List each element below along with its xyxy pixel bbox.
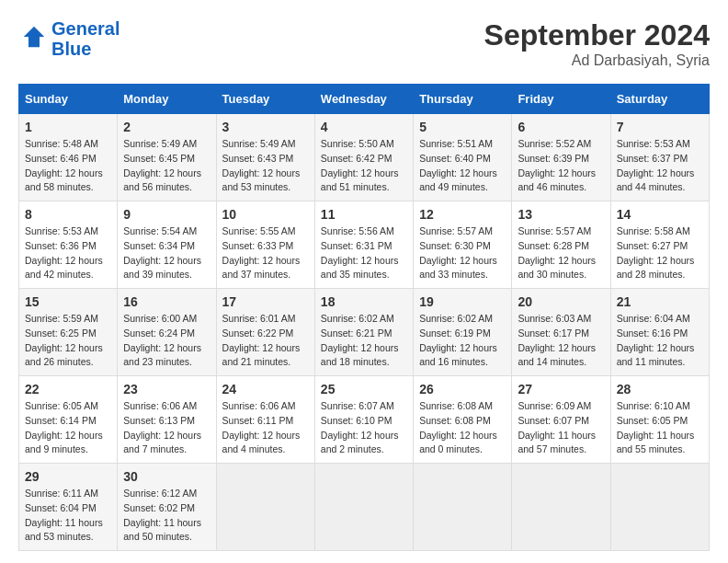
calendar-cell xyxy=(414,464,512,551)
calendar-week-row: 29Sunrise: 6:11 AMSunset: 6:04 PMDayligh… xyxy=(19,464,710,551)
header-wednesday: Wednesday xyxy=(314,85,413,114)
logo: General Blue xyxy=(18,18,119,59)
calendar-cell: 16Sunrise: 6:00 AMSunset: 6:24 PMDayligh… xyxy=(118,289,216,376)
day-detail: Sunrise: 5:53 AMSunset: 6:37 PMDaylight:… xyxy=(617,137,703,195)
day-detail: Sunrise: 6:04 AMSunset: 6:16 PMDaylight:… xyxy=(617,312,703,370)
calendar-cell: 18Sunrise: 6:02 AMSunset: 6:21 PMDayligh… xyxy=(314,289,413,376)
calendar-cell: 7Sunrise: 5:53 AMSunset: 6:37 PMDaylight… xyxy=(610,114,709,201)
day-detail: Sunrise: 5:57 AMSunset: 6:28 PMDaylight:… xyxy=(518,224,604,282)
calendar-cell: 11Sunrise: 5:56 AMSunset: 6:31 PMDayligh… xyxy=(314,201,413,289)
day-number: 4 xyxy=(321,120,407,134)
day-detail: Sunrise: 5:57 AMSunset: 6:30 PMDaylight:… xyxy=(419,224,506,282)
day-number: 25 xyxy=(321,382,407,396)
day-detail: Sunrise: 6:10 AMSunset: 6:05 PMDaylight:… xyxy=(617,399,703,457)
page-header: General Blue September 2024 Ad Darbasiya… xyxy=(18,18,710,69)
calendar-cell: 15Sunrise: 5:59 AMSunset: 6:25 PMDayligh… xyxy=(19,289,118,376)
day-number: 19 xyxy=(419,294,506,309)
calendar-cell: 4Sunrise: 5:50 AMSunset: 6:42 PMDaylight… xyxy=(314,114,413,201)
calendar-cell: 8Sunrise: 5:53 AMSunset: 6:36 PMDaylight… xyxy=(19,201,118,289)
calendar-cell: 12Sunrise: 5:57 AMSunset: 6:30 PMDayligh… xyxy=(414,201,512,289)
day-number: 10 xyxy=(222,207,309,222)
calendar-cell: 19Sunrise: 6:02 AMSunset: 6:19 PMDayligh… xyxy=(414,289,512,376)
day-number: 2 xyxy=(123,120,210,134)
calendar-cell: 17Sunrise: 6:01 AMSunset: 6:22 PMDayligh… xyxy=(216,289,314,376)
calendar-cell: 25Sunrise: 6:07 AMSunset: 6:10 PMDayligh… xyxy=(314,376,413,464)
calendar-cell: 9Sunrise: 5:54 AMSunset: 6:34 PMDaylight… xyxy=(118,201,216,289)
title-block: September 2024 Ad Darbasiyah, Syria xyxy=(484,18,710,69)
day-number: 12 xyxy=(419,207,506,222)
calendar-cell xyxy=(314,464,413,551)
logo-text-general: General xyxy=(51,18,119,39)
day-number: 20 xyxy=(518,294,604,309)
header-monday: Monday xyxy=(118,85,216,114)
day-number: 16 xyxy=(123,294,210,309)
day-number: 15 xyxy=(25,294,111,309)
calendar-cell: 30Sunrise: 6:12 AMSunset: 6:02 PMDayligh… xyxy=(118,464,216,551)
logo-text-blue: Blue xyxy=(51,39,119,59)
calendar-cell: 24Sunrise: 6:06 AMSunset: 6:11 PMDayligh… xyxy=(216,376,314,464)
day-number: 1 xyxy=(25,120,111,134)
location: Ad Darbasiyah, Syria xyxy=(484,52,710,69)
day-detail: Sunrise: 5:54 AMSunset: 6:34 PMDaylight:… xyxy=(123,224,210,282)
header-tuesday: Tuesday xyxy=(216,85,314,114)
day-detail: Sunrise: 6:02 AMSunset: 6:21 PMDaylight:… xyxy=(321,312,407,370)
calendar-cell xyxy=(610,464,709,551)
day-detail: Sunrise: 6:06 AMSunset: 6:13 PMDaylight:… xyxy=(123,399,210,457)
day-detail: Sunrise: 6:07 AMSunset: 6:10 PMDaylight:… xyxy=(321,399,407,457)
calendar-table: SundayMondayTuesdayWednesdayThursdayFrid… xyxy=(18,84,710,551)
calendar-cell: 22Sunrise: 6:05 AMSunset: 6:14 PMDayligh… xyxy=(19,376,118,464)
day-number: 9 xyxy=(123,207,210,222)
day-number: 23 xyxy=(123,382,210,396)
day-detail: Sunrise: 5:56 AMSunset: 6:31 PMDaylight:… xyxy=(321,224,407,282)
day-number: 30 xyxy=(123,469,210,484)
day-number: 17 xyxy=(222,294,309,309)
calendar-cell: 5Sunrise: 5:51 AMSunset: 6:40 PMDaylight… xyxy=(414,114,512,201)
day-detail: Sunrise: 5:53 AMSunset: 6:36 PMDaylight:… xyxy=(25,224,111,282)
calendar-cell: 27Sunrise: 6:09 AMSunset: 6:07 PMDayligh… xyxy=(512,376,610,464)
day-number: 28 xyxy=(617,382,703,396)
day-detail: Sunrise: 6:11 AMSunset: 6:04 PMDaylight:… xyxy=(25,487,111,545)
day-number: 3 xyxy=(222,120,309,134)
day-detail: Sunrise: 6:06 AMSunset: 6:11 PMDaylight:… xyxy=(222,399,309,457)
day-number: 14 xyxy=(617,207,703,222)
logo-icon xyxy=(20,23,48,51)
day-number: 6 xyxy=(518,120,604,134)
calendar-cell: 28Sunrise: 6:10 AMSunset: 6:05 PMDayligh… xyxy=(610,376,709,464)
day-detail: Sunrise: 6:02 AMSunset: 6:19 PMDaylight:… xyxy=(419,312,506,370)
day-number: 24 xyxy=(222,382,309,396)
calendar-cell: 3Sunrise: 5:49 AMSunset: 6:43 PMDaylight… xyxy=(216,114,314,201)
day-detail: Sunrise: 6:09 AMSunset: 6:07 PMDaylight:… xyxy=(518,399,604,457)
calendar-cell: 23Sunrise: 6:06 AMSunset: 6:13 PMDayligh… xyxy=(118,376,216,464)
calendar-cell: 29Sunrise: 6:11 AMSunset: 6:04 PMDayligh… xyxy=(19,464,118,551)
calendar-week-row: 22Sunrise: 6:05 AMSunset: 6:14 PMDayligh… xyxy=(19,376,710,464)
day-detail: Sunrise: 6:01 AMSunset: 6:22 PMDaylight:… xyxy=(222,312,309,370)
day-detail: Sunrise: 5:48 AMSunset: 6:46 PMDaylight:… xyxy=(25,137,111,195)
calendar-week-row: 8Sunrise: 5:53 AMSunset: 6:36 PMDaylight… xyxy=(19,201,710,289)
month-title: September 2024 xyxy=(484,18,710,52)
day-number: 26 xyxy=(419,382,506,396)
day-detail: Sunrise: 5:55 AMSunset: 6:33 PMDaylight:… xyxy=(222,224,309,282)
day-detail: Sunrise: 5:49 AMSunset: 6:43 PMDaylight:… xyxy=(222,137,309,195)
svg-marker-0 xyxy=(24,27,45,48)
calendar-cell: 1Sunrise: 5:48 AMSunset: 6:46 PMDaylight… xyxy=(19,114,118,201)
day-detail: Sunrise: 5:50 AMSunset: 6:42 PMDaylight:… xyxy=(321,137,407,195)
calendar-cell: 2Sunrise: 5:49 AMSunset: 6:45 PMDaylight… xyxy=(118,114,216,201)
calendar-week-row: 1Sunrise: 5:48 AMSunset: 6:46 PMDaylight… xyxy=(19,114,710,201)
day-number: 22 xyxy=(25,382,111,396)
day-detail: Sunrise: 6:12 AMSunset: 6:02 PMDaylight:… xyxy=(123,487,210,545)
day-number: 5 xyxy=(419,120,506,134)
day-detail: Sunrise: 5:58 AMSunset: 6:27 PMDaylight:… xyxy=(617,224,703,282)
calendar-cell: 10Sunrise: 5:55 AMSunset: 6:33 PMDayligh… xyxy=(216,201,314,289)
header-sunday: Sunday xyxy=(19,85,118,114)
header-saturday: Saturday xyxy=(610,85,709,114)
day-detail: Sunrise: 5:52 AMSunset: 6:39 PMDaylight:… xyxy=(518,137,604,195)
calendar-cell: 20Sunrise: 6:03 AMSunset: 6:17 PMDayligh… xyxy=(512,289,610,376)
calendar-cell xyxy=(512,464,610,551)
calendar-cell: 6Sunrise: 5:52 AMSunset: 6:39 PMDaylight… xyxy=(512,114,610,201)
header-thursday: Thursday xyxy=(414,85,512,114)
day-number: 21 xyxy=(617,294,703,309)
day-number: 8 xyxy=(25,207,111,222)
calendar-header-row: SundayMondayTuesdayWednesdayThursdayFrid… xyxy=(19,85,710,114)
calendar-cell: 14Sunrise: 5:58 AMSunset: 6:27 PMDayligh… xyxy=(610,201,709,289)
day-detail: Sunrise: 6:03 AMSunset: 6:17 PMDaylight:… xyxy=(518,312,604,370)
